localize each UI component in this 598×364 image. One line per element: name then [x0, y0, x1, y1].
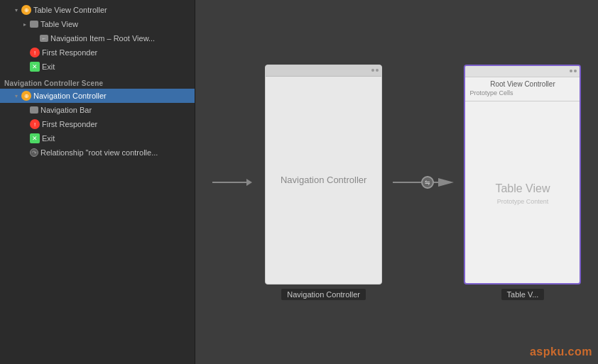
watermark: aspku.com — [530, 346, 592, 358]
label-relationship: Relationship "root view controlle... — [40, 148, 158, 157]
icon-relationship: ↷ — [30, 148, 38, 157]
sidebar: ⊕ Table View Controller Table View ← Nav… — [0, 0, 195, 364]
toggle-relationship — [20, 148, 30, 158]
toggle-table-view-controller[interactable] — [11, 5, 21, 15]
icon-table-view-controller: ⊕ — [21, 5, 31, 15]
toggle-nav-controller[interactable] — [11, 91, 21, 101]
label-nav-controller: Navigation Controller — [33, 92, 107, 100]
prototype-cells-label: Prototype Cells — [465, 89, 580, 98]
icon-nav-bar — [30, 106, 38, 114]
table-view-caption: Table V... — [501, 289, 545, 300]
label-exit-2: Exit — [42, 134, 55, 143]
prototype-divider — [465, 101, 580, 101]
status-dot-2 — [376, 69, 379, 72]
icon-table-view — [30, 21, 38, 28]
toggle-fr1 — [20, 48, 30, 57]
label-nav-bar: Navigation Bar — [40, 106, 92, 114]
nav-controller-top-bar — [266, 65, 381, 77]
status-dot-1 — [371, 69, 374, 72]
icon-exit-1: ✕ — [30, 62, 40, 72]
icon-nav-controller: ⊕ — [21, 91, 31, 101]
status-dots — [371, 69, 379, 72]
tree-item-nav-item[interactable]: ← Navigation Item – Root View... — [0, 31, 195, 45]
label-table-view: Table View — [40, 20, 78, 28]
table-view-top-bar — [465, 66, 580, 77]
table-view-content: Table View Prototype Content — [465, 104, 580, 283]
conn-arrow — [438, 178, 454, 187]
main-canvas: Navigation Controller Navigation Control… — [195, 0, 598, 364]
table-view-big-label: Table View — [495, 182, 550, 195]
nav-controller-caption: Navigation Controller — [281, 289, 366, 300]
toggle-fr2 — [20, 119, 30, 129]
icon-exit-2: ✕ — [30, 133, 40, 143]
nav-controller-main-label: Navigation Controller — [266, 77, 381, 284]
connection-area: ⇋ — [393, 176, 454, 189]
nav-controller-box[interactable]: Navigation Controller — [265, 65, 382, 285]
table-view-box[interactable]: Root View Controller Prototype Cells Tab… — [464, 65, 581, 285]
prototype-content-label: Prototype Content — [497, 198, 549, 205]
nav-controller-container: Navigation Controller Navigation Control… — [265, 65, 382, 300]
tree-item-table-view-controller[interactable]: ⊕ Table View Controller — [0, 3, 195, 17]
label-first-responder-1: First Responder — [42, 48, 97, 57]
icon-nav-item: ← — [40, 35, 48, 42]
status-dot-tv-2 — [574, 70, 577, 72]
tree-item-first-responder-1[interactable]: ! First Responder — [0, 45, 195, 60]
entry-arrow — [212, 182, 248, 183]
toggle-nav-item — [30, 33, 40, 43]
tree-item-first-responder-2[interactable]: ! First Responder — [0, 117, 195, 131]
tree-item-exit-2[interactable]: ✕ Exit — [0, 131, 195, 145]
root-view-title: Root View Controller — [465, 77, 580, 89]
icon-first-responder-1: ! — [30, 48, 40, 57]
label-first-responder-2: First Responder — [42, 120, 97, 128]
table-view-container: Root View Controller Prototype Cells Tab… — [464, 65, 581, 300]
toggle-table-view[interactable] — [20, 19, 30, 29]
tree-item-nav-controller[interactable]: ⊕ Navigation Controller — [0, 89, 195, 103]
tree-item-table-view[interactable]: Table View — [0, 17, 195, 31]
conn-circle: ⇋ — [421, 176, 434, 189]
status-dot-tv-1 — [570, 70, 572, 72]
label-nav-item: Navigation Item – Root View... — [50, 34, 155, 43]
toggle-exit2 — [20, 133, 30, 143]
section2-header: Navigation Controller Scene — [0, 74, 195, 89]
tree-item-nav-bar[interactable]: Navigation Bar — [0, 103, 195, 117]
conn-line-left — [393, 182, 421, 183]
tree-item-relationship[interactable]: ↷ Relationship "root view controlle... — [0, 145, 195, 160]
label-table-view-controller: Table View Controller — [33, 6, 107, 14]
toggle-exit1 — [20, 62, 30, 72]
label-exit-1: Exit — [42, 62, 55, 71]
arrow-line — [212, 182, 248, 183]
tree-item-exit-1[interactable]: ✕ Exit — [0, 60, 195, 74]
canvas-content: Navigation Controller Navigation Control… — [198, 40, 596, 324]
icon-first-responder-2: ! — [30, 119, 40, 129]
toggle-nav-bar — [20, 105, 30, 115]
status-dots-tv — [570, 70, 577, 72]
